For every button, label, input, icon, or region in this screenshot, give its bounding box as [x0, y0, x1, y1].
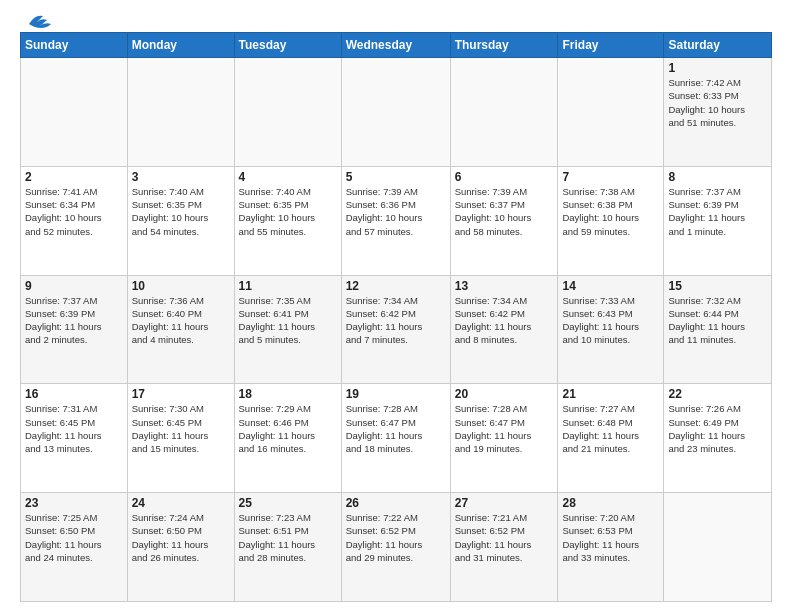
day-detail: Sunrise: 7:25 AM Sunset: 6:50 PM Dayligh… [25, 511, 123, 564]
day-number: 24 [132, 496, 230, 510]
day-detail: Sunrise: 7:39 AM Sunset: 6:36 PM Dayligh… [346, 185, 446, 238]
day-detail: Sunrise: 7:28 AM Sunset: 6:47 PM Dayligh… [455, 402, 554, 455]
day-detail: Sunrise: 7:36 AM Sunset: 6:40 PM Dayligh… [132, 294, 230, 347]
week-row-5: 23Sunrise: 7:25 AM Sunset: 6:50 PM Dayli… [21, 493, 772, 602]
day-detail: Sunrise: 7:32 AM Sunset: 6:44 PM Dayligh… [668, 294, 767, 347]
week-row-1: 1Sunrise: 7:42 AM Sunset: 6:33 PM Daylig… [21, 58, 772, 167]
day-cell: 20Sunrise: 7:28 AM Sunset: 6:47 PM Dayli… [450, 384, 558, 493]
day-detail: Sunrise: 7:21 AM Sunset: 6:52 PM Dayligh… [455, 511, 554, 564]
day-number: 13 [455, 279, 554, 293]
day-cell: 2Sunrise: 7:41 AM Sunset: 6:34 PM Daylig… [21, 166, 128, 275]
day-number: 12 [346, 279, 446, 293]
weekday-header-row: SundayMondayTuesdayWednesdayThursdayFrid… [21, 33, 772, 58]
day-number: 28 [562, 496, 659, 510]
day-number: 7 [562, 170, 659, 184]
header [20, 16, 772, 24]
day-cell: 21Sunrise: 7:27 AM Sunset: 6:48 PM Dayli… [558, 384, 664, 493]
day-number: 11 [239, 279, 337, 293]
day-number: 26 [346, 496, 446, 510]
day-number: 1 [668, 61, 767, 75]
day-number: 4 [239, 170, 337, 184]
day-cell [234, 58, 341, 167]
day-cell: 18Sunrise: 7:29 AM Sunset: 6:46 PM Dayli… [234, 384, 341, 493]
day-detail: Sunrise: 7:34 AM Sunset: 6:42 PM Dayligh… [455, 294, 554, 347]
day-cell: 9Sunrise: 7:37 AM Sunset: 6:39 PM Daylig… [21, 275, 128, 384]
day-cell: 14Sunrise: 7:33 AM Sunset: 6:43 PM Dayli… [558, 275, 664, 384]
day-cell: 24Sunrise: 7:24 AM Sunset: 6:50 PM Dayli… [127, 493, 234, 602]
day-detail: Sunrise: 7:24 AM Sunset: 6:50 PM Dayligh… [132, 511, 230, 564]
day-detail: Sunrise: 7:29 AM Sunset: 6:46 PM Dayligh… [239, 402, 337, 455]
week-row-2: 2Sunrise: 7:41 AM Sunset: 6:34 PM Daylig… [21, 166, 772, 275]
day-cell [341, 58, 450, 167]
weekday-header-wednesday: Wednesday [341, 33, 450, 58]
day-detail: Sunrise: 7:38 AM Sunset: 6:38 PM Dayligh… [562, 185, 659, 238]
day-number: 15 [668, 279, 767, 293]
day-detail: Sunrise: 7:39 AM Sunset: 6:37 PM Dayligh… [455, 185, 554, 238]
day-detail: Sunrise: 7:42 AM Sunset: 6:33 PM Dayligh… [668, 76, 767, 129]
day-cell: 17Sunrise: 7:30 AM Sunset: 6:45 PM Dayli… [127, 384, 234, 493]
logo-bird-icon [21, 10, 53, 32]
weekday-header-thursday: Thursday [450, 33, 558, 58]
day-detail: Sunrise: 7:30 AM Sunset: 6:45 PM Dayligh… [132, 402, 230, 455]
day-number: 20 [455, 387, 554, 401]
day-cell: 5Sunrise: 7:39 AM Sunset: 6:36 PM Daylig… [341, 166, 450, 275]
day-number: 18 [239, 387, 337, 401]
day-cell: 16Sunrise: 7:31 AM Sunset: 6:45 PM Dayli… [21, 384, 128, 493]
day-number: 14 [562, 279, 659, 293]
day-number: 9 [25, 279, 123, 293]
day-cell [450, 58, 558, 167]
day-cell: 12Sunrise: 7:34 AM Sunset: 6:42 PM Dayli… [341, 275, 450, 384]
day-number: 17 [132, 387, 230, 401]
day-detail: Sunrise: 7:26 AM Sunset: 6:49 PM Dayligh… [668, 402, 767, 455]
day-detail: Sunrise: 7:33 AM Sunset: 6:43 PM Dayligh… [562, 294, 659, 347]
day-number: 27 [455, 496, 554, 510]
day-number: 6 [455, 170, 554, 184]
week-row-3: 9Sunrise: 7:37 AM Sunset: 6:39 PM Daylig… [21, 275, 772, 384]
calendar-table: SundayMondayTuesdayWednesdayThursdayFrid… [20, 32, 772, 602]
day-cell [127, 58, 234, 167]
day-cell: 8Sunrise: 7:37 AM Sunset: 6:39 PM Daylig… [664, 166, 772, 275]
day-number: 10 [132, 279, 230, 293]
weekday-header-monday: Monday [127, 33, 234, 58]
day-detail: Sunrise: 7:40 AM Sunset: 6:35 PM Dayligh… [132, 185, 230, 238]
day-cell: 28Sunrise: 7:20 AM Sunset: 6:53 PM Dayli… [558, 493, 664, 602]
day-cell: 4Sunrise: 7:40 AM Sunset: 6:35 PM Daylig… [234, 166, 341, 275]
day-detail: Sunrise: 7:27 AM Sunset: 6:48 PM Dayligh… [562, 402, 659, 455]
day-cell: 23Sunrise: 7:25 AM Sunset: 6:50 PM Dayli… [21, 493, 128, 602]
day-cell: 10Sunrise: 7:36 AM Sunset: 6:40 PM Dayli… [127, 275, 234, 384]
day-number: 8 [668, 170, 767, 184]
day-detail: Sunrise: 7:22 AM Sunset: 6:52 PM Dayligh… [346, 511, 446, 564]
day-detail: Sunrise: 7:37 AM Sunset: 6:39 PM Dayligh… [25, 294, 123, 347]
page: SundayMondayTuesdayWednesdayThursdayFrid… [0, 0, 792, 612]
day-number: 21 [562, 387, 659, 401]
day-cell [558, 58, 664, 167]
day-detail: Sunrise: 7:20 AM Sunset: 6:53 PM Dayligh… [562, 511, 659, 564]
day-cell: 3Sunrise: 7:40 AM Sunset: 6:35 PM Daylig… [127, 166, 234, 275]
weekday-header-tuesday: Tuesday [234, 33, 341, 58]
day-cell: 25Sunrise: 7:23 AM Sunset: 6:51 PM Dayli… [234, 493, 341, 602]
logo [20, 16, 53, 24]
day-cell: 19Sunrise: 7:28 AM Sunset: 6:47 PM Dayli… [341, 384, 450, 493]
day-detail: Sunrise: 7:35 AM Sunset: 6:41 PM Dayligh… [239, 294, 337, 347]
weekday-header-sunday: Sunday [21, 33, 128, 58]
day-detail: Sunrise: 7:31 AM Sunset: 6:45 PM Dayligh… [25, 402, 123, 455]
day-number: 23 [25, 496, 123, 510]
weekday-header-saturday: Saturday [664, 33, 772, 58]
day-cell: 22Sunrise: 7:26 AM Sunset: 6:49 PM Dayli… [664, 384, 772, 493]
day-detail: Sunrise: 7:37 AM Sunset: 6:39 PM Dayligh… [668, 185, 767, 238]
day-cell: 13Sunrise: 7:34 AM Sunset: 6:42 PM Dayli… [450, 275, 558, 384]
day-detail: Sunrise: 7:34 AM Sunset: 6:42 PM Dayligh… [346, 294, 446, 347]
day-cell: 1Sunrise: 7:42 AM Sunset: 6:33 PM Daylig… [664, 58, 772, 167]
day-number: 5 [346, 170, 446, 184]
day-number: 22 [668, 387, 767, 401]
day-cell: 11Sunrise: 7:35 AM Sunset: 6:41 PM Dayli… [234, 275, 341, 384]
day-detail: Sunrise: 7:40 AM Sunset: 6:35 PM Dayligh… [239, 185, 337, 238]
week-row-4: 16Sunrise: 7:31 AM Sunset: 6:45 PM Dayli… [21, 384, 772, 493]
day-cell: 7Sunrise: 7:38 AM Sunset: 6:38 PM Daylig… [558, 166, 664, 275]
day-detail: Sunrise: 7:41 AM Sunset: 6:34 PM Dayligh… [25, 185, 123, 238]
day-number: 3 [132, 170, 230, 184]
day-number: 16 [25, 387, 123, 401]
day-cell [21, 58, 128, 167]
day-number: 25 [239, 496, 337, 510]
day-cell: 26Sunrise: 7:22 AM Sunset: 6:52 PM Dayli… [341, 493, 450, 602]
